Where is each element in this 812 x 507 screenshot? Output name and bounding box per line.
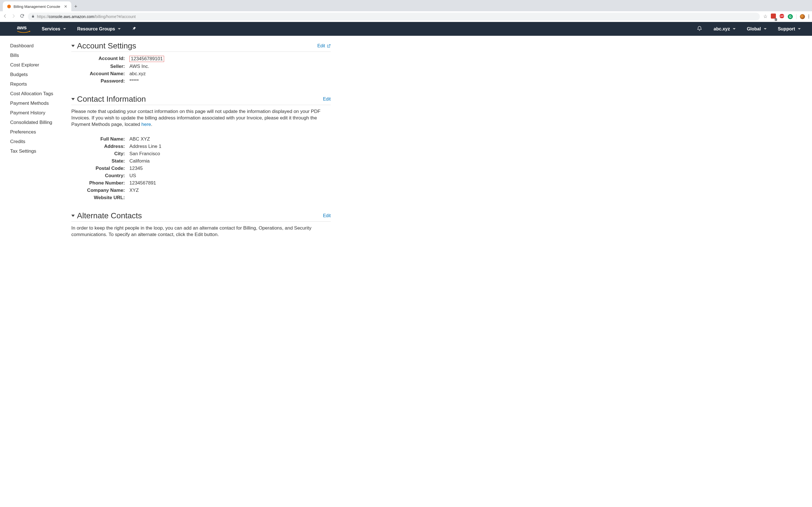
chevron-down-icon: [63, 28, 66, 30]
value-website: [130, 195, 331, 201]
sidebar-item-payment-history[interactable]: Payment History: [10, 110, 71, 116]
label-address: Address:: [71, 144, 125, 149]
value-account-id: 123456789101: [130, 56, 331, 62]
value-city: San Francisco: [130, 151, 331, 157]
value-phone: 1234567891: [130, 180, 331, 186]
section-title[interactable]: Account Settings: [71, 41, 136, 50]
account-fields: Account Id: 123456789101 Seller: AWS Inc…: [71, 56, 331, 84]
value-company: XYZ: [130, 187, 331, 193]
contact-fields: Full Name: ABC XYZ Address: Address Line…: [71, 136, 331, 201]
edit-contact-link[interactable]: Edit: [323, 97, 331, 102]
close-icon[interactable]: ✕: [64, 4, 67, 9]
label-website: Website URL:: [71, 195, 125, 201]
lock-icon: [31, 14, 35, 19]
label-country: Country:: [71, 173, 125, 179]
sidebar-item-credits[interactable]: Credits: [10, 139, 71, 145]
edit-alternate-link[interactable]: Edit: [323, 213, 331, 218]
collapse-caret-icon: [71, 98, 75, 100]
sidebar-item-dashboard[interactable]: Dashboard: [10, 43, 71, 49]
value-country: US: [130, 173, 331, 179]
back-button[interactable]: [3, 14, 7, 19]
chevron-down-icon: [118, 28, 121, 30]
value-full-name: ABC XYZ: [130, 136, 331, 142]
svg-text:ABP: ABP: [780, 15, 784, 17]
value-state: California: [130, 158, 331, 164]
main-content: Account Settings Edit Account Id: 123456…: [71, 36, 342, 260]
section-title[interactable]: Alternate Contacts: [71, 211, 142, 220]
nav-arrows: [3, 13, 24, 19]
external-link-icon: [327, 44, 331, 48]
extension-icons: 2 ABP G: [771, 13, 809, 20]
chevron-down-icon: [798, 28, 801, 30]
section-header: Alternate Contacts Edit: [71, 211, 331, 222]
sidebar-item-budgets[interactable]: Budgets: [10, 72, 71, 77]
browser-tab[interactable]: Billing Management Console ✕: [3, 1, 71, 11]
svg-marker-0: [7, 4, 11, 8]
sidebar-item-cost-allocation-tags[interactable]: Cost Allocation Tags: [10, 91, 71, 97]
sidebar-item-cost-explorer[interactable]: Cost Explorer: [10, 62, 71, 68]
label-account-name: Account Name:: [71, 71, 125, 76]
value-postal: 12345: [130, 166, 331, 171]
tab-bar: Billing Management Console ✕ +: [0, 0, 812, 11]
contact-note: Please note that updating your contact i…: [71, 108, 331, 128]
payment-methods-here-link[interactable]: here: [142, 122, 151, 127]
label-phone: Phone Number:: [71, 180, 125, 186]
browser-menu-icon[interactable]: [808, 15, 809, 18]
reload-button[interactable]: [20, 13, 24, 19]
region-menu[interactable]: Global: [747, 26, 767, 32]
collapse-caret-icon: [71, 215, 75, 217]
notifications-icon[interactable]: [697, 25, 702, 33]
label-password: Password:: [71, 78, 125, 84]
section-header: Account Settings Edit: [71, 41, 331, 52]
chevron-down-icon: [764, 28, 767, 30]
section-title[interactable]: Contact Information: [71, 95, 146, 104]
label-seller: Seller:: [71, 64, 125, 69]
sidebar-item-payment-methods[interactable]: Payment Methods: [10, 101, 71, 106]
edit-account-link[interactable]: Edit: [317, 43, 331, 48]
label-city: City:: [71, 151, 125, 157]
sidebar-item-bills[interactable]: Bills: [10, 53, 71, 58]
account-menu[interactable]: abc.xyz: [714, 26, 735, 32]
sidebar-item-consolidated-billing[interactable]: Consolidated Billing: [10, 120, 71, 125]
label-account-id: Account Id:: [71, 56, 125, 62]
services-menu[interactable]: Services: [42, 26, 66, 32]
value-seller: AWS Inc.: [130, 64, 331, 69]
page-body: Dashboard Bills Cost Explorer Budgets Re…: [0, 36, 812, 260]
resource-groups-menu[interactable]: Resource Groups: [77, 26, 121, 32]
label-state: State:: [71, 158, 125, 164]
profile-avatar-icon[interactable]: [800, 14, 805, 19]
tab-title: Billing Management Console: [13, 4, 60, 9]
forward-button[interactable]: [11, 14, 16, 19]
section-header: Contact Information Edit: [71, 95, 331, 105]
svg-rect-1: [32, 16, 34, 17]
address-bar[interactable]: https://console.aws.amazon.com/billing/h…: [28, 13, 760, 20]
bookmark-star-icon[interactable]: ☆: [763, 13, 767, 19]
address-row: https://console.aws.amazon.com/billing/h…: [0, 11, 812, 22]
value-password: *****: [130, 78, 331, 84]
label-company: Company Name:: [71, 187, 125, 193]
alternate-note: In order to keep the right people in the…: [71, 225, 331, 238]
aws-header: aws Services Resource Groups abc.xyz Glo…: [0, 22, 812, 36]
extension-1-icon[interactable]: 2: [771, 13, 776, 20]
support-menu[interactable]: Support: [778, 26, 801, 32]
section-contact-information: Contact Information Edit Please note tha…: [71, 95, 331, 201]
grammarly-icon[interactable]: G: [788, 14, 793, 19]
aws-logo[interactable]: aws: [17, 24, 31, 34]
collapse-caret-icon: [71, 45, 75, 47]
sidebar-item-tax-settings[interactable]: Tax Settings: [10, 149, 71, 154]
label-postal: Postal Code:: [71, 166, 125, 171]
url-text: https://console.aws.amazon.com/billing/h…: [37, 14, 136, 19]
sidebar: Dashboard Bills Cost Explorer Budgets Re…: [0, 36, 71, 260]
new-tab-button[interactable]: +: [74, 4, 77, 10]
value-address: Address Line 1: [130, 144, 331, 149]
sidebar-item-reports[interactable]: Reports: [10, 81, 71, 87]
chevron-down-icon: [733, 28, 735, 30]
section-alternate-contacts: Alternate Contacts Edit In order to keep…: [71, 211, 331, 238]
pin-icon[interactable]: [132, 26, 137, 32]
adblock-icon[interactable]: ABP: [779, 13, 784, 20]
label-full-name: Full Name:: [71, 136, 125, 142]
aws-favicon-icon: [7, 4, 11, 9]
section-account-settings: Account Settings Edit Account Id: 123456…: [71, 41, 331, 84]
sidebar-item-preferences[interactable]: Preferences: [10, 129, 71, 135]
browser-chrome: Billing Management Console ✕ + https://c…: [0, 0, 812, 22]
